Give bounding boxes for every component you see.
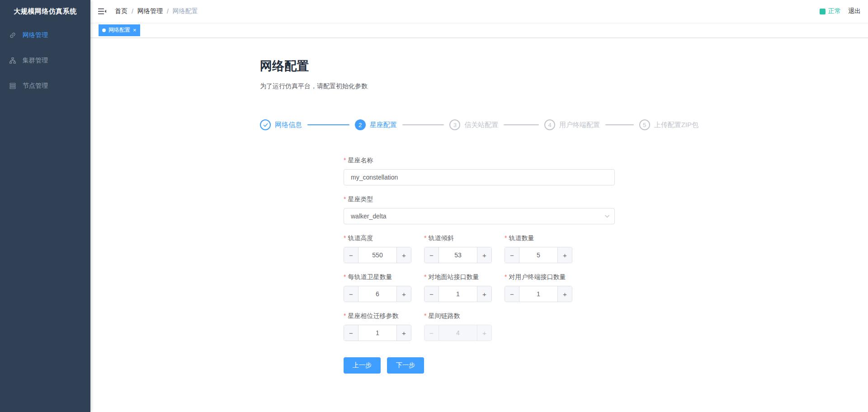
previous-step-button[interactable]: 上一步 xyxy=(344,357,381,374)
increase-button: + xyxy=(477,325,491,341)
increase-button[interactable]: + xyxy=(396,247,411,263)
field-orbit-altitude: *轨道高度 − 550 + xyxy=(344,234,411,263)
satellites-per-orbit-stepper: − 6 + xyxy=(344,286,411,302)
form-actions: 上一步 下一步 xyxy=(344,357,615,374)
sidebar-item-label: 节点管理 xyxy=(23,82,48,90)
step-gateway-config: 3 信关站配置 xyxy=(449,119,544,130)
logout-button[interactable]: 退出 xyxy=(848,7,861,15)
field-label: *对地面站接口数量 xyxy=(424,273,492,281)
stepper-value[interactable]: 1 xyxy=(519,286,557,302)
nodes-icon xyxy=(9,82,16,90)
field-label: *每轨道卫星数量 xyxy=(344,273,411,281)
step-label: 信关站配置 xyxy=(464,121,498,129)
required-star: * xyxy=(344,195,346,203)
step-number: 2 xyxy=(355,119,366,130)
decrease-button[interactable]: − xyxy=(505,247,519,263)
stepper-value[interactable]: 6 xyxy=(359,286,396,302)
hamburger-icon[interactable] xyxy=(98,7,107,16)
increase-button[interactable]: + xyxy=(557,247,572,263)
tab-network-config[interactable]: 网络配置 × xyxy=(99,24,140,36)
stepper-value[interactable]: 550 xyxy=(359,247,396,263)
field-orbit-count: *轨道数量 − 5 + xyxy=(505,234,572,263)
required-star: * xyxy=(344,234,346,242)
breadcrumb-network-management[interactable]: 网络管理 xyxy=(137,7,163,15)
required-star: * xyxy=(424,312,426,319)
stepper-value[interactable]: 1 xyxy=(359,325,396,341)
decrease-button[interactable]: − xyxy=(344,286,359,302)
status-badge: 正常 xyxy=(820,7,841,15)
step-terminal-config: 4 用户终端配置 xyxy=(544,119,639,130)
decrease-button[interactable]: − xyxy=(425,247,439,263)
step-label: 星座配置 xyxy=(370,121,397,129)
navbar-right: 正常 退出 xyxy=(820,7,861,15)
status-label: 正常 xyxy=(828,7,841,15)
decrease-button: − xyxy=(425,325,439,341)
terminal-interfaces-stepper: − 1 + xyxy=(505,286,572,302)
step-connector xyxy=(402,124,444,125)
increase-button[interactable]: + xyxy=(396,286,411,302)
ground-station-interfaces-stepper: − 1 + xyxy=(424,286,492,302)
inter-satellite-links-stepper: − 4 + xyxy=(424,325,492,341)
orbit-count-stepper: − 5 + xyxy=(505,247,572,263)
page-header: 网络配置 为了运行仿真平台，请配置初始化参数 xyxy=(260,58,698,90)
step-connector xyxy=(605,124,634,125)
required-star: * xyxy=(505,234,507,242)
field-phase-shift-param: *星座相位迁移参数 − 1 + xyxy=(344,312,411,341)
step-label: 上传配置ZIP包 xyxy=(654,121,698,129)
step-connector xyxy=(504,124,539,125)
field-orbit-inclination: *轨道倾斜 − 53 + xyxy=(424,234,492,263)
constellation-form: *星座名称 *星座类型 * xyxy=(344,156,615,374)
step-number: 5 xyxy=(639,119,650,130)
stepper-value: 4 xyxy=(439,325,477,341)
increase-button[interactable]: + xyxy=(557,286,572,302)
field-label: *轨道高度 xyxy=(344,234,411,242)
decrease-button[interactable]: − xyxy=(505,286,519,302)
decrease-button[interactable]: − xyxy=(344,247,359,263)
sidebar-menu: 网络管理 集群管理 xyxy=(0,23,90,99)
decrease-button[interactable]: − xyxy=(344,325,359,341)
increase-button[interactable]: + xyxy=(477,247,491,263)
status-square-icon xyxy=(820,9,826,14)
phase-shift-param-stepper: − 1 + xyxy=(344,325,411,341)
sidebar-item-network-management[interactable]: 网络管理 xyxy=(0,23,90,48)
field-terminal-interfaces: *对用户终端接口数量 − 1 + xyxy=(505,273,572,302)
breadcrumb-network-config: 网络配置 xyxy=(173,7,198,15)
sidebar: 大规模网络仿真系统 网络管理 xyxy=(0,0,90,412)
step-number: 4 xyxy=(544,119,555,130)
next-step-button[interactable]: 下一步 xyxy=(387,357,424,374)
stepper-value[interactable]: 5 xyxy=(519,247,557,263)
step-constellation-config: 2 星座配置 xyxy=(355,119,450,130)
sidebar-item-cluster-management[interactable]: 集群管理 xyxy=(0,48,90,73)
step-network-info: 网络信息 xyxy=(260,119,355,130)
cluster-icon xyxy=(9,57,16,64)
step-connector xyxy=(307,124,349,125)
stepper-grid: *轨道高度 − 550 + *轨道倾斜 − 53 xyxy=(344,234,615,351)
field-ground-station-interfaces: *对地面站接口数量 − 1 + xyxy=(424,273,492,302)
step-upload-zip: 5 上传配置ZIP包 xyxy=(639,119,698,130)
field-satellites-per-orbit: *每轨道卫星数量 − 6 + xyxy=(344,273,411,302)
chevron-down-icon xyxy=(604,213,610,219)
decrease-button[interactable]: − xyxy=(425,286,439,302)
stepper-value[interactable]: 53 xyxy=(439,247,477,263)
field-label: *星座名称 xyxy=(344,156,615,165)
step-label: 网络信息 xyxy=(275,121,302,129)
page-subtitle: 为了运行仿真平台，请配置初始化参数 xyxy=(260,82,698,90)
page-title: 网络配置 xyxy=(260,58,698,74)
step-number: 3 xyxy=(449,119,460,130)
constellation-type-select[interactable] xyxy=(344,208,615,224)
constellation-name-input[interactable] xyxy=(344,169,615,185)
field-label: *轨道倾斜 xyxy=(424,234,492,242)
increase-button[interactable]: + xyxy=(396,325,411,341)
breadcrumb-separator: / xyxy=(167,8,169,15)
sidebar-item-label: 网络管理 xyxy=(23,31,48,39)
increase-button[interactable]: + xyxy=(477,286,491,302)
constellation-type-value[interactable] xyxy=(344,208,615,224)
breadcrumb-home[interactable]: 首页 xyxy=(115,7,127,15)
sidebar-item-node-management[interactable]: 节点管理 xyxy=(0,73,90,99)
main-area: 首页 / 网络管理 / 网络配置 正常 退出 网络配置 × xyxy=(90,0,868,412)
close-icon[interactable]: × xyxy=(133,27,137,33)
required-star: * xyxy=(424,273,426,280)
link-icon xyxy=(9,32,16,39)
step-wizard: 网络信息 2 星座配置 3 信关站配置 4 用 xyxy=(260,119,698,130)
stepper-value[interactable]: 1 xyxy=(439,286,477,302)
